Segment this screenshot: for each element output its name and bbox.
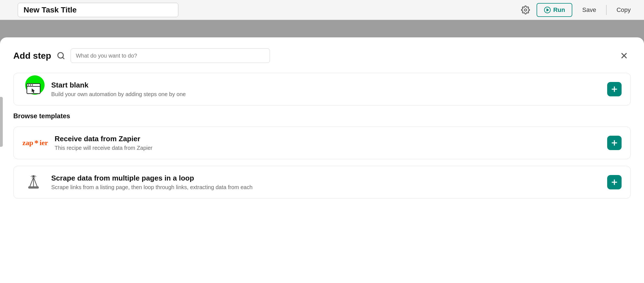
svg-line-18 xyxy=(34,177,37,187)
scrape-loop-title: Scrape data from multiple pages in a loo… xyxy=(51,174,607,182)
close-button[interactable] xyxy=(617,50,631,61)
add-step-title: Add step xyxy=(13,51,51,61)
browser-icon xyxy=(26,81,41,97)
modal-panel: Add step xyxy=(0,37,644,283)
start-blank-icon-area xyxy=(22,81,45,97)
zapier-template-card: zap*ier Receive data from Zapier This re… xyxy=(13,127,631,159)
svg-marker-2 xyxy=(547,9,549,11)
search-input[interactable] xyxy=(71,48,270,63)
zapier-logo: zap*ier xyxy=(22,138,48,148)
zapier-add-button[interactable] xyxy=(607,136,622,150)
scrape-loop-content: Scrape data from multiple pages in a loo… xyxy=(51,174,607,191)
settings-button[interactable] xyxy=(519,3,532,17)
save-label: Save xyxy=(582,6,596,13)
save-button[interactable]: Save xyxy=(577,4,602,16)
svg-line-4 xyxy=(63,57,64,59)
start-blank-card: Start blank Build your own automation by… xyxy=(13,73,631,106)
copy-button[interactable]: Copy xyxy=(611,4,636,16)
svg-point-11 xyxy=(32,84,33,86)
back-button[interactable] xyxy=(8,8,13,12)
start-blank-desc: Build your own automation by adding step… xyxy=(51,91,607,97)
svg-rect-20 xyxy=(29,187,38,188)
zapier-card-title: Receive data from Zapier xyxy=(55,135,607,143)
topbar: Run Save Copy xyxy=(0,0,644,20)
scrape-loop-desc: Scrape links from a listing page, then l… xyxy=(51,184,607,191)
svg-point-0 xyxy=(524,9,527,11)
zapier-card-content: Receive data from Zapier This recipe wil… xyxy=(55,135,607,151)
start-blank-title: Start blank xyxy=(51,81,607,89)
scrape-loop-add-button[interactable] xyxy=(607,175,622,189)
topbar-divider xyxy=(606,5,607,15)
svg-point-9 xyxy=(28,84,29,86)
zapier-card-desc: This recipe will receive data from Zapie… xyxy=(55,145,607,151)
search-icon xyxy=(57,52,65,60)
start-blank-add-button[interactable] xyxy=(607,82,622,96)
zapier-logo-area: zap*ier xyxy=(22,138,48,148)
start-blank-content: Start blank Build your own automation by… xyxy=(51,81,607,97)
task-title-input[interactable] xyxy=(18,3,178,17)
run-label: Run xyxy=(553,6,565,14)
zapier-asterisk: * xyxy=(34,138,38,148)
add-step-header: Add step xyxy=(13,48,631,63)
scrape-loop-card: Scrape data from multiple pages in a loo… xyxy=(13,166,631,199)
left-accent xyxy=(0,97,3,147)
browse-templates-label: Browse templates xyxy=(13,112,631,120)
svg-point-10 xyxy=(30,84,31,86)
svg-marker-21 xyxy=(32,175,35,177)
copy-label: Copy xyxy=(617,6,631,13)
svg-line-17 xyxy=(30,177,34,187)
run-button[interactable]: Run xyxy=(537,3,572,17)
scrape-icon-area xyxy=(22,174,45,190)
